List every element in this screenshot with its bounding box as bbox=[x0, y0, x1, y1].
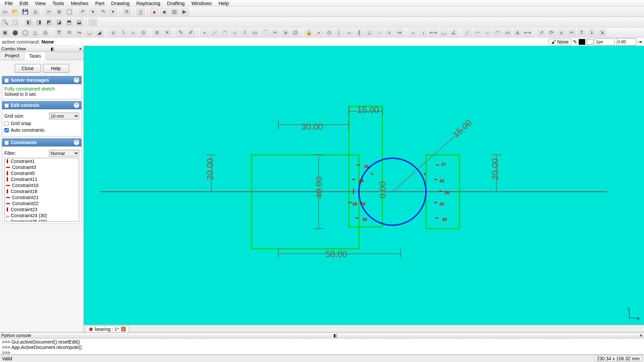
construct-icon[interactable]: ⊡ bbox=[290, 28, 300, 37]
save-icon[interactable]: 💾 bbox=[20, 7, 30, 16]
cut-bool-icon[interactable]: ∖ bbox=[118, 28, 128, 37]
filter-select[interactable]: Normal bbox=[49, 150, 79, 157]
parallel-icon[interactable]: ∥ bbox=[355, 28, 364, 37]
draft-rotate-icon[interactable]: ⟳ bbox=[547, 28, 556, 37]
draft-rect-icon[interactable]: ▭ bbox=[503, 28, 512, 37]
menu-drawing[interactable]: Drawing bbox=[108, 0, 133, 6]
fuse-icon[interactable]: ∩ bbox=[128, 28, 138, 37]
menu-raytracing[interactable]: Raytracing bbox=[133, 0, 164, 6]
constraint-item[interactable]: Constraint16 bbox=[5, 182, 79, 188]
constraint-item[interactable]: Constraint3 bbox=[5, 164, 79, 170]
undock-icon[interactable]: ◧ bbox=[333, 333, 337, 338]
tab-project[interactable]: Project bbox=[0, 52, 24, 60]
mirror-icon[interactable]: ⇋ bbox=[74, 28, 84, 37]
front-icon[interactable]: ◧ bbox=[24, 18, 34, 26]
grid-snap-checkbox[interactable] bbox=[4, 121, 9, 126]
menu-edit[interactable]: Edit bbox=[16, 0, 32, 6]
auto-constraints-checkbox[interactable] bbox=[4, 128, 9, 132]
sketch-new-icon[interactable]: ✎ bbox=[176, 28, 185, 37]
new-icon[interactable]: ▭ bbox=[0, 7, 10, 16]
axo-icon[interactable]: ⬚ bbox=[88, 18, 98, 26]
draft-trimex-icon[interactable]: ✂ bbox=[567, 28, 576, 37]
value-input[interactable] bbox=[616, 38, 636, 46]
open-icon[interactable]: 📂 bbox=[10, 7, 20, 16]
collapse-icon[interactable]: ˄ bbox=[74, 77, 79, 83]
lock-icon[interactable]: 🔒 bbox=[304, 28, 314, 37]
close-button[interactable]: Close bbox=[15, 64, 41, 73]
constraint-item[interactable]: ⊢Constraint25 (20) bbox=[5, 219, 79, 222]
constraint-item[interactable]: Constraint11 bbox=[5, 176, 79, 182]
sketch-edit-icon[interactable]: ✐ bbox=[186, 28, 196, 37]
redo-icon[interactable]: ↷ bbox=[98, 7, 108, 16]
length-icon[interactable]: ⟷ bbox=[429, 28, 438, 37]
constraint-item[interactable]: Constraint23 bbox=[5, 206, 79, 213]
draft-scale-icon[interactable]: ⇲ bbox=[597, 28, 606, 37]
trim-icon[interactable]: ✂ bbox=[270, 28, 280, 37]
external-icon[interactable]: ⇲ bbox=[280, 28, 290, 37]
collapse-icon[interactable]: ˄ bbox=[74, 103, 79, 108]
dist-v-icon[interactable]: ↕ bbox=[419, 28, 428, 37]
chamfer-icon[interactable]: ◢ bbox=[95, 28, 104, 37]
grid-size-select[interactable]: 10 mm bbox=[49, 113, 79, 119]
fillet-icon[interactable]: ◡ bbox=[85, 28, 94, 37]
left-icon[interactable]: ⬓ bbox=[74, 18, 84, 26]
draft-arc-icon[interactable]: ◠ bbox=[493, 28, 502, 37]
iso-icon[interactable]: ⬚ bbox=[10, 18, 20, 26]
record-icon[interactable]: ● bbox=[150, 7, 159, 16]
draft-offset-icon[interactable]: ≡ bbox=[557, 28, 566, 37]
constraint-item[interactable]: Constraint5 bbox=[5, 170, 79, 176]
circle-icon[interactable]: ○ bbox=[230, 28, 239, 37]
rear-icon[interactable]: ◪ bbox=[54, 18, 64, 26]
menu-part[interactable]: Part bbox=[92, 0, 108, 6]
print-icon[interactable]: ⎙ bbox=[31, 7, 40, 16]
help-button[interactable]: Help bbox=[43, 64, 69, 73]
symm-icon[interactable]: ⇔ bbox=[395, 28, 404, 37]
box-icon[interactable]: ▣ bbox=[0, 28, 10, 37]
constraint-item[interactable]: Constraint21 bbox=[5, 194, 79, 200]
draft-text-icon[interactable]: A bbox=[513, 28, 522, 37]
undock-icon[interactable]: ◧ bbox=[51, 47, 54, 51]
tangent-icon[interactable]: ⟋ bbox=[375, 28, 384, 37]
tab-tasks[interactable]: Tasks bbox=[24, 52, 46, 60]
perp-icon[interactable]: ⊥ bbox=[365, 28, 374, 37]
constraint-item[interactable]: Constraint1 bbox=[5, 158, 79, 164]
face-color-swatch[interactable] bbox=[579, 39, 585, 45]
menu-file[interactable]: File bbox=[1, 0, 16, 6]
menu-meshes[interactable]: Meshes bbox=[67, 0, 92, 6]
vertical-icon[interactable]: │ bbox=[334, 28, 344, 37]
section-icon[interactable]: ⊘ bbox=[152, 28, 162, 37]
solver-messages-header[interactable]: ▦Solver messages˄ bbox=[2, 76, 82, 84]
close-tab-icon[interactable]: × bbox=[121, 327, 126, 331]
revolve-icon[interactable]: ⟲ bbox=[64, 28, 74, 37]
fitall-icon[interactable]: 🔍 bbox=[0, 18, 10, 26]
draft-downgrade-icon[interactable]: ⇓ bbox=[587, 28, 596, 37]
constraint-item[interactable]: Constraint22 bbox=[5, 200, 79, 206]
line-color-swatch[interactable] bbox=[587, 39, 593, 45]
coincident-icon[interactable]: • bbox=[314, 28, 324, 37]
play-icon[interactable]: ▶ bbox=[180, 7, 189, 16]
bottom-icon[interactable]: ⬒ bbox=[64, 18, 74, 26]
draft-dim-icon[interactable]: ⟷ bbox=[523, 28, 532, 37]
rect-icon[interactable]: ▭ bbox=[250, 28, 260, 37]
boolean-icon[interactable]: ∪ bbox=[108, 28, 118, 37]
polyline-icon[interactable]: ⌇ bbox=[240, 28, 250, 37]
constraints-header[interactable]: ▦Constraints˄ bbox=[2, 138, 82, 146]
cylinder-icon[interactable]: ⬤ bbox=[10, 28, 20, 37]
draft-move-icon[interactable]: ↗ bbox=[537, 28, 546, 37]
edit-controls-header[interactable]: ▦Edit controls˄ bbox=[2, 101, 82, 109]
common-icon[interactable]: ⊙ bbox=[139, 28, 148, 37]
undo-dropdown-icon[interactable]: ▾ bbox=[88, 7, 98, 16]
collapse-icon[interactable]: ˄ bbox=[74, 140, 79, 145]
arc-icon[interactable]: ◠ bbox=[220, 28, 229, 37]
none-button[interactable]: 🖌 None bbox=[548, 39, 572, 45]
menu-windows[interactable]: Windows bbox=[188, 0, 215, 6]
refresh-icon[interactable]: ⟳ bbox=[122, 7, 131, 16]
apply-icon[interactable]: ⇥ bbox=[638, 39, 642, 45]
cross-icon[interactable]: ✕ bbox=[162, 28, 172, 37]
pointon-icon[interactable]: ⊙ bbox=[324, 28, 334, 37]
undo-icon[interactable]: ↶ bbox=[78, 7, 88, 16]
cone-icon[interactable]: △ bbox=[31, 28, 40, 37]
menu-help[interactable]: Help bbox=[215, 0, 232, 6]
draft-circle-icon[interactable]: ○ bbox=[483, 28, 492, 37]
linewidth-input[interactable] bbox=[595, 38, 615, 46]
